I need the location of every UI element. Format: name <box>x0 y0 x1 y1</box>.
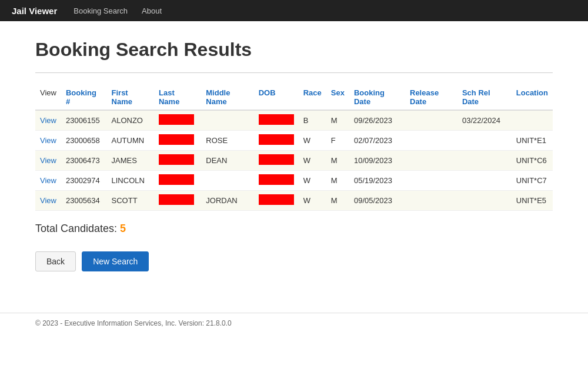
total-candidates: Total Candidates: 5 <box>35 223 553 235</box>
redacted-dob <box>259 154 294 165</box>
back-button[interactable]: Back <box>35 251 76 271</box>
col-header-race: Race <box>299 85 326 110</box>
last-name-cell <box>154 151 201 171</box>
middle-name-cell: JORDAN <box>201 191 253 211</box>
redacted-dob <box>259 134 294 145</box>
page-title: Booking Search Results <box>35 39 553 61</box>
view-link[interactable]: View <box>40 156 56 165</box>
navbar-brand[interactable]: Jail Viewer <box>12 6 57 16</box>
middle-name-cell: DEAN <box>201 151 253 171</box>
first-name-cell: ALONZO <box>107 110 154 131</box>
sex-cell: M <box>326 151 349 171</box>
main-content: Booking Search Results View Booking # Fi… <box>0 21 588 289</box>
redacted-last-name <box>159 194 194 205</box>
location-cell: UNIT*C7 <box>512 171 553 191</box>
col-header-middle-name: Middle Name <box>201 85 253 110</box>
col-header-view: View <box>35 85 61 110</box>
col-header-booking-num: Booking # <box>61 85 107 110</box>
middle-name-cell: ROSE <box>201 131 253 151</box>
redacted-last-name <box>159 154 194 165</box>
total-candidates-count: 5 <box>120 223 126 234</box>
first-name-cell: SCOTT <box>107 191 154 211</box>
last-name-cell <box>154 110 201 131</box>
sch-rel-date-cell <box>457 131 512 151</box>
sch-rel-date-cell: 03/22/2024 <box>457 110 512 131</box>
sex-cell: F <box>326 131 349 151</box>
first-name-cell: JAMES <box>107 151 154 171</box>
view-link[interactable]: View <box>40 136 56 145</box>
middle-name-cell <box>201 171 253 191</box>
navbar-link-booking-search[interactable]: Booking Search <box>71 2 130 20</box>
redacted-dob <box>259 194 294 205</box>
col-header-release-date: Release Date <box>405 85 457 110</box>
location-cell: UNIT*E5 <box>512 191 553 211</box>
divider <box>35 72 553 73</box>
table-header-row: View Booking # First Name Last Name Midd… <box>35 85 553 110</box>
race-cell: B <box>299 110 326 131</box>
view-link[interactable]: View <box>40 116 56 125</box>
view-link[interactable]: View <box>40 196 56 205</box>
booking-date-cell: 10/09/2023 <box>349 151 405 171</box>
dob-cell <box>254 151 299 171</box>
col-header-first-name: First Name <box>107 85 154 110</box>
new-search-button[interactable]: New Search <box>82 251 149 271</box>
race-cell: W <box>299 151 326 171</box>
booking-num-cell: 23000658 <box>61 131 107 151</box>
last-name-cell <box>154 131 201 151</box>
col-header-dob: DOB <box>254 85 299 110</box>
release-date-cell <box>405 171 457 191</box>
last-name-cell <box>154 171 201 191</box>
dob-cell <box>254 131 299 151</box>
release-date-cell <box>405 110 457 131</box>
booking-date-cell: 05/19/2023 <box>349 171 405 191</box>
booking-date-cell: 09/26/2023 <box>349 110 405 131</box>
redacted-dob <box>259 114 294 125</box>
table-row: View23006155ALONZOBM09/26/202303/22/2024 <box>35 110 553 131</box>
table-row: View23005634SCOTTJORDANWM09/05/2023UNIT*… <box>35 191 553 211</box>
total-candidates-label: Total Candidates: <box>35 223 117 234</box>
booking-date-cell: 09/05/2023 <box>349 191 405 211</box>
booking-num-cell: 23006473 <box>61 151 107 171</box>
redacted-last-name <box>159 114 194 125</box>
results-table: View Booking # First Name Last Name Midd… <box>35 85 553 211</box>
table-row: View23000658AUTUMNROSEWF02/07/2023UNIT*E… <box>35 131 553 151</box>
dob-cell <box>254 171 299 191</box>
table-row: View23002974LINCOLNWM05/19/2023UNIT*C7 <box>35 171 553 191</box>
release-date-cell <box>405 191 457 211</box>
button-area: Back New Search <box>35 251 553 271</box>
view-link[interactable]: View <box>40 176 56 185</box>
race-cell: W <box>299 171 326 191</box>
redacted-dob <box>259 174 294 185</box>
sex-cell: M <box>326 171 349 191</box>
col-header-sch-rel-date: Sch Rel Date <box>457 85 512 110</box>
booking-date-cell: 02/07/2023 <box>349 131 405 151</box>
redacted-last-name <box>159 174 194 185</box>
release-date-cell <box>405 151 457 171</box>
redacted-last-name <box>159 134 194 145</box>
sch-rel-date-cell <box>457 151 512 171</box>
location-cell <box>512 110 553 131</box>
booking-num-cell: 23006155 <box>61 110 107 131</box>
table-row: View23006473JAMESDEANWM10/09/2023UNIT*C6 <box>35 151 553 171</box>
col-header-sex: Sex <box>326 85 349 110</box>
location-cell: UNIT*C6 <box>512 151 553 171</box>
col-header-booking-date: Booking Date <box>349 85 405 110</box>
footer-text: © 2023 - Executive Information Services,… <box>35 319 232 327</box>
location-cell: UNIT*E1 <box>512 131 553 151</box>
race-cell: W <box>299 191 326 211</box>
middle-name-cell <box>201 110 253 131</box>
footer: © 2023 - Executive Information Services,… <box>0 313 588 333</box>
release-date-cell <box>405 131 457 151</box>
navbar: Jail Viewer Booking Search About <box>0 0 588 21</box>
sex-cell: M <box>326 191 349 211</box>
dob-cell <box>254 110 299 131</box>
last-name-cell <box>154 191 201 211</box>
col-header-location: Location <box>512 85 553 110</box>
first-name-cell: AUTUMN <box>107 131 154 151</box>
sch-rel-date-cell <box>457 171 512 191</box>
race-cell: W <box>299 131 326 151</box>
navbar-link-about[interactable]: About <box>139 2 164 20</box>
dob-cell <box>254 191 299 211</box>
col-header-last-name: Last Name <box>154 85 201 110</box>
booking-num-cell: 23002974 <box>61 171 107 191</box>
